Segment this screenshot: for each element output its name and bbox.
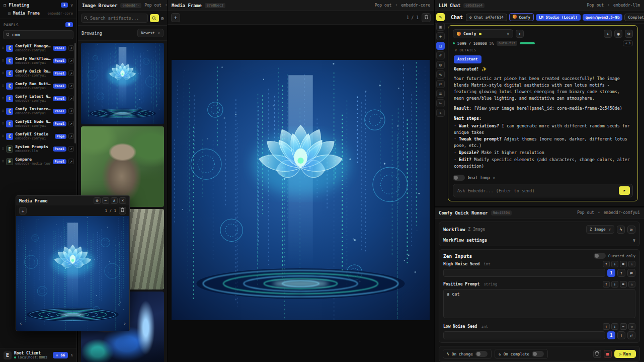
- details-toggle[interactable]: ∨ DETAILS: [453, 48, 633, 52]
- pop-out-button[interactable]: Pop out: [144, 3, 162, 8]
- sidebar-search[interactable]: [3, 30, 73, 39]
- external-link-icon[interactable]: ↗: [68, 96, 74, 101]
- on-change-toggle[interactable]: [475, 351, 488, 357]
- drag-handle-icon[interactable]: ⠿: [2, 134, 4, 138]
- pulse-icon[interactable]: ∿: [436, 70, 445, 79]
- add-media-button[interactable]: +: [19, 207, 27, 214]
- list-button[interactable]: ≡: [620, 281, 627, 287]
- minimize-button[interactable]: −: [102, 197, 109, 204]
- restore-button[interactable]: ∧: [111, 197, 118, 204]
- floating-media-frame-item[interactable]: ▤ Media Frame embeddr-core: [0, 10, 76, 19]
- eye-button[interactable]: ◉: [614, 30, 622, 38]
- drag-handle-icon[interactable]: ⠿: [2, 109, 4, 113]
- positive-prompt-textarea[interactable]: a cat: [443, 289, 635, 318]
- on-change-toggle-group[interactable]: ϟ On change: [443, 349, 492, 359]
- media-viewport[interactable]: [168, 25, 434, 362]
- pen-icon[interactable]: ✐: [436, 51, 445, 59]
- floating-window-titlebar[interactable]: Media Frame ⚙ − ∧ ×: [16, 196, 129, 205]
- sidebar-search-input[interactable]: [12, 32, 70, 37]
- gear-icon[interactable]: ⚙: [161, 16, 164, 21]
- external-link-icon[interactable]: ↗: [68, 133, 74, 139]
- sort-select[interactable]: Newest ∨: [137, 29, 164, 37]
- artifact-search[interactable]: [81, 14, 148, 23]
- add-media-button[interactable]: +: [171, 13, 180, 22]
- carousel-next-icon[interactable]: ›: [123, 320, 126, 327]
- drag-handle-icon[interactable]: ⠿: [2, 59, 4, 63]
- list-item[interactable]: ⠿ESystem Promptsembeddr-llmPanel↗: [0, 142, 76, 155]
- list-item[interactable]: ⠿CComfy Latest G…embeddr-comfyuiPanel↗: [0, 92, 76, 105]
- thumbnail-lotus[interactable]: [81, 43, 164, 124]
- workflow-settings-toggle[interactable]: Workflow settings ∨: [443, 238, 635, 243]
- list-item[interactable]: ⠿CComfyUI Node G…embeddr-comfyuiPanel↗: [0, 117, 76, 130]
- wrench-button[interactable]: ⚙: [625, 30, 633, 38]
- root-client[interactable]: E Root Client localhost:8003 ✳ 66 ∧: [0, 348, 76, 362]
- external-link-icon[interactable]: ↗: [68, 45, 74, 51]
- chevron-down-icon[interactable]: ∨: [493, 176, 495, 180]
- star-button[interactable]: ☆: [628, 323, 635, 330]
- close-button[interactable]: ×: [119, 197, 126, 204]
- agent-badge[interactable]: Comfy: [509, 13, 534, 21]
- list-item[interactable]: ⠿CComfy Quick Ru…embeddr-comfyuiPanel↗: [0, 67, 76, 80]
- drag-handle-icon[interactable]: ⠿: [2, 160, 4, 164]
- curated-only-toggle[interactable]: [594, 253, 606, 259]
- high-noise-seed-input[interactable]: [443, 269, 605, 277]
- gear-icon[interactable]: ⚙: [436, 61, 445, 69]
- external-link-icon[interactable]: ↗: [68, 121, 74, 126]
- low-noise-seed-input[interactable]: [443, 331, 605, 339]
- expand-badge[interactable]: ↕3: [623, 40, 633, 46]
- list-button[interactable]: ≡: [620, 323, 627, 330]
- increment-button[interactable]: ↑: [617, 269, 625, 277]
- drag-handle-icon[interactable]: ⠿: [2, 147, 4, 151]
- move-down-button[interactable]: ↓: [611, 323, 618, 330]
- gear-icon[interactable]: ⚙: [94, 197, 101, 204]
- agent-select[interactable]: Comfy ∨: [453, 29, 513, 38]
- increment-button[interactable]: ↑: [617, 331, 625, 339]
- move-up-button[interactable]: ↑: [603, 261, 610, 267]
- move-down-button[interactable]: ↓: [611, 281, 618, 287]
- randomize-button[interactable]: ⇄: [627, 331, 635, 339]
- run-button[interactable]: ▷ Run: [614, 350, 636, 358]
- trash-button[interactable]: [119, 207, 126, 214]
- chevron-down-icon[interactable]: ∨: [70, 3, 73, 8]
- drag-handle-icon[interactable]: ⠿: [2, 84, 4, 88]
- send-button[interactable]: ➤: [619, 186, 630, 195]
- star-button[interactable]: ☆: [628, 281, 635, 287]
- drag-handle-icon[interactable]: ⠿: [2, 97, 4, 101]
- stop-button[interactable]: ■: [604, 350, 612, 358]
- drag-handle-icon[interactable]: ⠿: [2, 122, 4, 126]
- list-item[interactable]: ⠿ECompareembeddr-media-toolsPanel↗: [0, 155, 76, 168]
- compose-icon[interactable]: ✎: [436, 13, 445, 21]
- seed-step-button[interactable]: 1: [607, 331, 615, 339]
- list-item[interactable]: ⠿CComfyUI Studioembeddr-comfyuiPage↗: [0, 130, 76, 142]
- floating-group-header[interactable]: ❐ Floating 1 ∨: [0, 0, 76, 10]
- list-item[interactable]: ⠿CComfyUI Manage…embeddr-comfyuiPanel↗: [0, 42, 76, 54]
- thumbnail-cat[interactable]: [81, 126, 164, 207]
- pop-out-button[interactable]: Pop out: [577, 210, 594, 215]
- chat-bubble-icon[interactable]: ❏: [436, 42, 445, 50]
- chevron-up-icon[interactable]: ∧: [70, 353, 73, 357]
- search-button[interactable]: [150, 14, 159, 22]
- goal-loop-toggle[interactable]: [453, 175, 465, 181]
- floating-media-frame-window[interactable]: Media Frame ⚙ − ∧ × + 1 / 1: [16, 195, 130, 331]
- plus-icon[interactable]: +: [436, 32, 445, 40]
- external-link-icon[interactable]: ↗: [68, 58, 74, 63]
- seed-step-button[interactable]: 1: [607, 269, 615, 277]
- model-badge[interactable]: qwen/qwen3.5-9b: [583, 14, 623, 21]
- move-down-button[interactable]: ↓: [611, 261, 618, 267]
- star-button[interactable]: ☆: [628, 261, 635, 267]
- drag-handle-icon[interactable]: ⠿: [2, 71, 4, 76]
- artifact-search-input[interactable]: [90, 16, 145, 21]
- external-link-icon[interactable]: ↗: [68, 146, 74, 152]
- chat-input[interactable]: [457, 188, 616, 193]
- trash-button[interactable]: [422, 13, 431, 22]
- auto-fit-badge[interactable]: auto-fit: [497, 41, 518, 46]
- list-item[interactable]: ⠿CComfy Workflow…embeddr-comfyuiPanel↗: [0, 54, 76, 67]
- external-link-icon[interactable]: ↗: [68, 108, 74, 114]
- floating-media-viewport[interactable]: ‹ ›: [16, 216, 129, 331]
- chat-id-badge[interactable]: ⚙ Chat a47ef614: [466, 14, 507, 21]
- link-button[interactable]: ∞: [627, 226, 635, 234]
- move-up-button[interactable]: ↑: [603, 323, 610, 330]
- panel-icon[interactable]: ▣: [436, 23, 445, 31]
- scissors-icon[interactable]: ✂: [436, 99, 445, 107]
- download-button[interactable]: ↓: [604, 30, 612, 38]
